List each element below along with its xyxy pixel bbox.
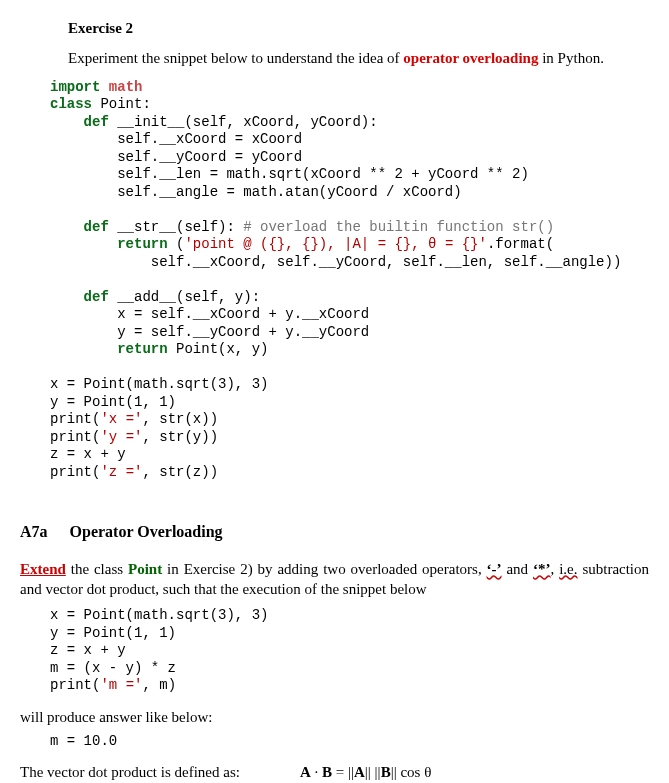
exercise-2-title: Exercise 2 <box>68 18 649 38</box>
produce-line: will produce answer like below: <box>20 707 649 727</box>
code-comment-8: # overload the builtin function str() <box>243 219 554 235</box>
str-18: 'y =' <box>100 429 142 445</box>
extend-t6: , <box>551 561 560 577</box>
star-symbol: ‘*’ <box>533 561 551 577</box>
c2-l2: y = Point(1, 1) <box>50 625 176 641</box>
code-line-20b: , str(z)) <box>142 464 218 480</box>
intro-paragraph: Experiment the snippet below to understa… <box>68 48 649 68</box>
a7a-heading: A7a Operator Overloading <box>20 521 649 543</box>
code-line-18b: , str(y)) <box>142 429 218 445</box>
str-20: 'z =' <box>100 464 142 480</box>
dot-product-row: The vector dot product is defined as: A … <box>20 762 649 782</box>
c2-l1: x = Point(math.sqrt(3), 3) <box>50 607 268 623</box>
a7a-title: Operator Overloading <box>70 521 223 543</box>
extend-t4: in Exercise 2) by adding two overloaded … <box>162 561 486 577</box>
code-line-17a: print( <box>50 411 100 427</box>
extend-t2: the class <box>66 561 128 577</box>
intro-post: in Python. <box>538 50 603 66</box>
code-line-4: self.__xCoord = xCoord <box>50 131 302 147</box>
code-line-18a: print( <box>50 429 100 445</box>
code-line-8b: __str__(self): <box>109 219 243 235</box>
code-line-10: self.__xCoord, self.__yCoord, self.__len… <box>50 254 621 270</box>
operator-overloading-term: operator overloading <box>403 50 538 66</box>
code-line-17b: , str(x)) <box>142 411 218 427</box>
code-line-19: z = x + y <box>50 446 126 462</box>
c2-str5: 'm =' <box>100 677 142 693</box>
kw-def-str: def <box>50 219 109 235</box>
dot-product-label: The vector dot product is defined as: <box>20 762 240 782</box>
c2-l5b: , m) <box>142 677 176 693</box>
intro-pre: Experiment the snippet below to understa… <box>68 50 403 66</box>
code-line-3: __init__(self, xCoord, yCoord): <box>109 114 378 130</box>
code-line-6: self.__len = math.sqrt(xCoord ** 2 + yCo… <box>50 166 529 182</box>
code-line-7: self.__angle = math.atan(yCoord / xCoord… <box>50 184 462 200</box>
code-block-2: x = Point(math.sqrt(3), 3) y = Point(1, … <box>50 607 649 695</box>
ie-text: i.e. <box>559 561 577 577</box>
mod-math: math <box>100 79 142 95</box>
code-line-20a: print( <box>50 464 100 480</box>
output-line: m = 10.0 <box>50 733 649 751</box>
dot-product-formula: A · B = ||A|| ||B|| cos θ <box>300 762 431 782</box>
kw-class: class <box>50 96 92 112</box>
extend-paragraph: Extend the class Point in Exercise 2) by… <box>20 559 649 600</box>
code-line-12: x = self.__xCoord + y.__xCoord <box>50 306 369 322</box>
code-line-11b: __add__(self, y): <box>109 289 260 305</box>
c2-l3: z = x + y <box>50 642 126 658</box>
code-line-16: y = Point(1, 1) <box>50 394 176 410</box>
kw-import: import <box>50 79 100 95</box>
code-line-14b: Point(x, y) <box>168 341 269 357</box>
kw-return-2: return <box>50 341 168 357</box>
extend-t5: and <box>502 561 533 577</box>
point-class-name: Point <box>128 561 162 577</box>
str-format-9: 'point @ ({}, {}), |A| = {}, θ = {}' <box>184 236 486 252</box>
a7a-number: A7a <box>20 521 48 543</box>
extend-word: Extend <box>20 561 66 577</box>
code-line-5: self.__yCoord = yCoord <box>50 149 302 165</box>
c2-l4: m = (x - y) * z <box>50 660 176 676</box>
str-17: 'x =' <box>100 411 142 427</box>
code-line-9b: ( <box>168 236 185 252</box>
kw-def-init: def <box>50 114 109 130</box>
code-line-15: x = Point(math.sqrt(3), 3) <box>50 376 268 392</box>
kw-return-1: return <box>50 236 168 252</box>
code-line-13: y = self.__yCoord + y.__yCoord <box>50 324 369 340</box>
code-block-1: import math class Point: def __init__(se… <box>50 79 649 482</box>
code-line-9c: .format( <box>487 236 554 252</box>
minus-symbol: ‘-’ <box>487 561 502 577</box>
kw-def-add: def <box>50 289 109 305</box>
code-line-2: Point: <box>92 96 151 112</box>
c2-l5a: print( <box>50 677 100 693</box>
